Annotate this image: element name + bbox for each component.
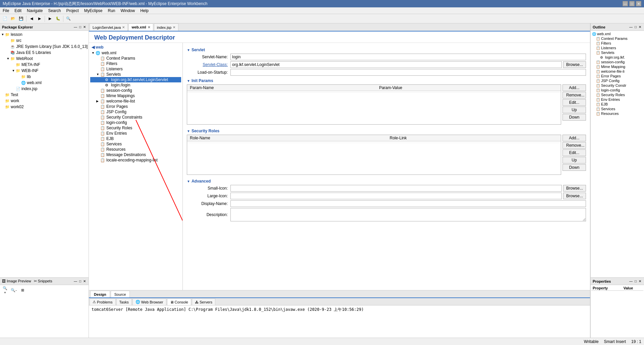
menu-navigate[interactable]: Navigate <box>25 8 44 13</box>
security-roles-down[interactable]: Down <box>562 164 586 171</box>
pkg-tree-item[interactable]: 🌐web.xml <box>1 80 88 86</box>
toolbar-new[interactable]: 📄 <box>1 15 9 22</box>
servlet-class-browse[interactable]: Browse... <box>563 61 586 68</box>
bottom-tab-tasks[interactable]: Tasks <box>116 298 132 305</box>
menu-window[interactable]: Window <box>119 8 137 13</box>
bottom-tab-webbrowser[interactable]: 🌐 Web Browser <box>132 298 166 305</box>
menu-myeclipse[interactable]: MyEclipse <box>83 8 104 13</box>
ip-fit[interactable]: ⊞ <box>19 286 26 294</box>
tab-webxml-close[interactable]: ✕ <box>148 25 150 29</box>
bottom-tab-servers[interactable]: 🖧 Servers <box>192 298 215 305</box>
security-roles-remove[interactable]: Remove... <box>562 142 586 149</box>
wdd-tree-item[interactable]: 📋Security Roles <box>90 125 181 131</box>
menu-help[interactable]: Help <box>139 8 150 13</box>
image-preview-tab[interactable]: 🖼 Image Preview <box>2 279 31 283</box>
menu-search[interactable]: Search <box>47 8 62 13</box>
outline-item[interactable]: 📋Resources <box>591 111 643 116</box>
outline-item[interactable]: 📋Mime Mapping <box>591 64 643 69</box>
wdd-tree-item[interactable]: 📋Filters <box>90 61 181 66</box>
small-icon-input[interactable] <box>230 185 562 192</box>
pkg-tree-item[interactable]: 📁Test <box>1 92 88 98</box>
outline-item[interactable]: 📋Security Roles <box>591 92 643 97</box>
menu-run[interactable]: Run <box>106 8 116 13</box>
wdd-tree-item[interactable]: 📋EJB <box>90 136 181 141</box>
tab-loginservlet[interactable]: LoginServlet.java ✕ <box>90 23 128 31</box>
servlet-name-input[interactable] <box>230 54 586 60</box>
security-roles-section-header[interactable]: ▼ Security Roles <box>187 129 586 133</box>
tab-indexjsp-close[interactable]: ✕ <box>173 25 175 29</box>
pkg-tree-item[interactable]: 📁src <box>1 38 88 44</box>
pkg-tree-item[interactable]: 📁work <box>1 98 88 104</box>
outline-item[interactable]: 📋Error Pages <box>591 74 643 78</box>
wdd-tree-item[interactable]: 📋Env Entries <box>90 131 181 136</box>
init-params-up[interactable]: Up <box>562 107 586 113</box>
load-on-startup-input[interactable] <box>230 69 586 76</box>
wdd-tree-item[interactable]: 📋JSP Config <box>90 109 181 115</box>
wdd-tree-item[interactable]: ⚙login:org.lkf.servlet.LoginServlet <box>90 77 181 82</box>
pkg-tree-item[interactable]: ▼📁WebRoot <box>1 56 88 62</box>
security-roles-edit[interactable]: Edit... <box>562 149 586 156</box>
wdd-tree-item[interactable]: ▼📋Servlets <box>90 72 181 77</box>
wdd-tree-header[interactable]: ◀ web <box>90 44 181 50</box>
pkg-tree-item[interactable]: 📚Java EE 5 Libraries <box>1 50 88 56</box>
large-icon-input[interactable] <box>230 193 562 199</box>
outline-minimize[interactable]: — <box>629 25 633 29</box>
toolbar-forward[interactable]: ▶ <box>36 15 43 22</box>
security-roles-add[interactable]: Add... <box>562 135 586 141</box>
maximize-panel-button[interactable]: □ <box>78 25 82 29</box>
outline-item[interactable]: ⚙login:org.lkf. <box>591 55 643 60</box>
wdd-tree-item[interactable]: 📋Listeners <box>90 66 181 72</box>
snippets-tab[interactable]: ✂ Snippets <box>34 279 52 283</box>
pkg-tree-item[interactable]: ▼📁WEB-INF <box>1 68 88 74</box>
outline-item[interactable]: 📋welcome-file-li <box>591 69 643 74</box>
pkg-tree-item[interactable]: 📁lib <box>1 74 88 80</box>
display-name-input[interactable] <box>230 200 586 207</box>
outline-item[interactable]: 📋EJB <box>591 102 643 107</box>
outline-item[interactable]: 📋Env Entries <box>591 97 643 102</box>
tab-indexjsp[interactable]: index.jsp ✕ <box>154 23 178 31</box>
pkg-tree-item[interactable]: 📄index.jsp <box>1 86 88 92</box>
ip-close[interactable]: ✕ <box>83 279 87 283</box>
bottom-tab-problems[interactable]: ⚠ Problems <box>90 298 116 305</box>
init-params-add[interactable]: Add... <box>562 84 586 91</box>
servlet-section-header[interactable]: ▼ Servlet <box>187 48 586 52</box>
maximize-button[interactable]: □ <box>629 1 635 6</box>
tab-webxml[interactable]: web.xml ✕ <box>128 23 153 31</box>
outline-item[interactable]: 🌐web.xml <box>591 31 643 36</box>
toolbar-back[interactable]: ◀ <box>28 15 35 22</box>
wdd-tree-item[interactable]: 📋session-config <box>90 88 181 93</box>
outline-close[interactable]: ✕ <box>638 25 642 29</box>
outline-item[interactable]: 📋Services <box>591 107 643 111</box>
toolbar-save[interactable]: 💾 <box>17 15 25 22</box>
init-params-section-header[interactable]: ▼ Init Params <box>187 78 586 83</box>
ip-maximize[interactable]: □ <box>78 279 82 283</box>
wdd-tree-item[interactable]: 📋locale-encoding-mapping-list <box>90 157 181 163</box>
minimize-panel-button[interactable]: — <box>73 25 78 29</box>
security-roles-up[interactable]: Up <box>562 157 586 163</box>
pkg-tree-item[interactable]: ▼📁lesson <box>1 31 88 38</box>
wdd-tree-item[interactable]: 📋Context Params <box>90 56 181 61</box>
toolbar-open[interactable]: 📂 <box>9 15 17 22</box>
init-params-edit[interactable]: Edit... <box>562 99 586 106</box>
wdd-tree-item[interactable]: 📋Error Pages <box>90 104 181 109</box>
source-tab[interactable]: Source <box>111 291 130 297</box>
servlet-class-label[interactable]: Servlet-Class: <box>187 62 230 67</box>
ip-zoom-out[interactable]: 🔍- <box>10 286 17 294</box>
design-tab[interactable]: Design <box>90 291 110 297</box>
init-params-remove[interactable]: Remove... <box>562 92 586 98</box>
wdd-tree-item[interactable]: 📋Message Destinations <box>90 152 181 157</box>
wdd-tree-item[interactable]: 📋Mime Mappings <box>90 93 181 98</box>
outline-item[interactable]: 📋JSP Config <box>591 78 643 83</box>
close-button[interactable]: ✕ <box>636 1 641 6</box>
outline-item[interactable]: 📋Servlets <box>591 50 643 55</box>
init-params-down[interactable]: Down <box>562 114 586 121</box>
small-icon-browse[interactable]: Browse... <box>563 185 586 192</box>
ip-minimize[interactable]: — <box>73 279 78 283</box>
servlet-class-input[interactable] <box>230 61 562 68</box>
pkg-tree-item[interactable]: 📁work02 <box>1 104 88 110</box>
wdd-tree-item[interactable]: 📋Security Constraints <box>90 115 181 120</box>
large-icon-browse[interactable]: Browse... <box>563 193 586 199</box>
outline-item[interactable]: 📋login-config <box>591 88 643 92</box>
pkg-tree-item[interactable]: ☕JRE System Library [Sun JDK 1.6.0_13] <box>1 44 88 50</box>
pkg-tree-item[interactable]: 📁META-INF <box>1 62 88 68</box>
